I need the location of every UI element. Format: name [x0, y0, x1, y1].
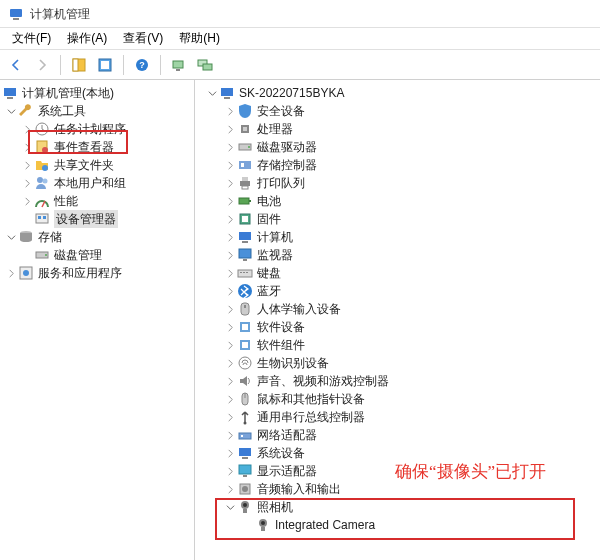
tree-event-viewer[interactable]: 事件查看器 [0, 138, 194, 156]
chevron-right-icon[interactable] [20, 194, 34, 208]
chevron-icon[interactable] [223, 212, 237, 226]
chevron-down-icon[interactable] [4, 104, 18, 118]
device-category[interactable]: 蓝牙 [195, 282, 600, 300]
tree-task-scheduler[interactable]: 任务计划程序 [0, 120, 194, 138]
device-label: 显示适配器 [257, 462, 317, 480]
chevron-icon[interactable] [223, 104, 237, 118]
tree-services-apps[interactable]: 服务和应用程序 [0, 264, 194, 282]
display-icon [237, 463, 253, 479]
chevron-icon[interactable] [223, 446, 237, 460]
device-category[interactable]: 声音、视频和游戏控制器 [195, 372, 600, 390]
chevron-icon[interactable] [223, 320, 237, 334]
chevron-right-icon[interactable] [20, 122, 34, 136]
network-icon [237, 427, 253, 443]
device-category[interactable]: 软件设备 [195, 318, 600, 336]
left-tree-pane[interactable]: 计算机管理(本地) 系统工具 任务计划程序 事件查看器 共享文件夹 [0, 80, 195, 560]
device-category[interactable]: 打印队列 [195, 174, 600, 192]
device-category[interactable]: 软件组件 [195, 336, 600, 354]
svg-rect-55 [242, 324, 248, 330]
svg-point-16 [42, 147, 48, 153]
tree-computer-management[interactable]: 计算机管理(本地) [0, 84, 194, 102]
chevron-icon[interactable] [223, 410, 237, 424]
chevron-down-icon[interactable] [205, 86, 219, 100]
chevron-icon[interactable] [223, 140, 237, 154]
device-label: 固件 [257, 210, 281, 228]
device-category[interactable]: 安全设备 [195, 102, 600, 120]
chevron-right-icon[interactable] [4, 266, 18, 280]
device-category[interactable]: 人体学输入设备 [195, 300, 600, 318]
tree-storage[interactable]: 存储 [0, 228, 194, 246]
event-icon [34, 139, 50, 155]
tree-system-tools[interactable]: 系统工具 [0, 102, 194, 120]
device-category[interactable]: 处理器 [195, 120, 600, 138]
chevron-right-icon[interactable] [20, 176, 34, 190]
toolbar-help[interactable]: ? [130, 53, 154, 77]
menu-file[interactable]: 文件(F) [4, 28, 59, 49]
chevron-right-icon[interactable] [20, 158, 34, 172]
device-category[interactable]: 音频输入和输出 [195, 480, 600, 498]
device-category[interactable]: 存储控制器 [195, 156, 600, 174]
device-camera-integrated[interactable]: Integrated Camera [195, 516, 600, 534]
chevron-icon[interactable] [223, 194, 237, 208]
device-label: 鼠标和其他指针设备 [257, 390, 365, 408]
tree-performance[interactable]: 性能 [0, 192, 194, 210]
chevron-down-icon[interactable] [4, 230, 18, 244]
device-category[interactable]: 网络适配器 [195, 426, 600, 444]
chevron-icon[interactable] [223, 356, 237, 370]
device-category[interactable]: 计算机 [195, 228, 600, 246]
chevron-icon[interactable] [223, 230, 237, 244]
chevron-icon[interactable] [223, 266, 237, 280]
device-category[interactable]: 监视器 [195, 246, 600, 264]
device-label: 磁盘驱动器 [257, 138, 317, 156]
software-icon [237, 319, 253, 335]
chevron-icon[interactable] [223, 392, 237, 406]
device-tree-root[interactable]: SK-20220715BYKA [195, 84, 600, 102]
device-category[interactable]: 键盘 [195, 264, 600, 282]
chevron-icon[interactable] [223, 374, 237, 388]
device-category[interactable]: 照相机 [195, 498, 600, 516]
svg-rect-39 [239, 198, 249, 204]
chevron-icon[interactable] [223, 428, 237, 442]
chevron-icon[interactable] [223, 284, 237, 298]
chevron-icon[interactable] [223, 500, 237, 514]
menu-help[interactable]: 帮助(H) [171, 28, 228, 49]
computer-icon [237, 229, 253, 245]
chevron-icon[interactable] [223, 464, 237, 478]
device-category[interactable]: 电池 [195, 192, 600, 210]
device-category[interactable]: 固件 [195, 210, 600, 228]
tree-shared-folders[interactable]: 共享文件夹 [0, 156, 194, 174]
tree-disk-management[interactable]: 磁盘管理 [0, 246, 194, 264]
svg-rect-34 [239, 161, 251, 169]
software-icon [237, 337, 253, 353]
right-tree-pane[interactable]: SK-20220715BYKA 安全设备处理器磁盘驱动器存储控制器打印队列电池固… [195, 80, 600, 560]
chevron-icon[interactable] [223, 122, 237, 136]
chevron-icon[interactable] [223, 248, 237, 262]
chevron-icon[interactable] [223, 338, 237, 352]
toolbar-show-hide[interactable] [67, 53, 91, 77]
chevron-icon[interactable] [223, 482, 237, 496]
disk-icon [34, 247, 50, 263]
tree-local-users[interactable]: 本地用户和组 [0, 174, 194, 192]
tree-label: 服务和应用程序 [38, 264, 122, 282]
toolbar-devices[interactable] [167, 53, 191, 77]
menu-view[interactable]: 查看(V) [115, 28, 171, 49]
toolbar-back[interactable] [4, 53, 28, 77]
device-category[interactable]: 系统设备 [195, 444, 600, 462]
device-category[interactable]: 通用串行总线控制器 [195, 408, 600, 426]
tree-device-manager[interactable]: 设备管理器 [0, 210, 194, 228]
chevron-icon[interactable] [223, 176, 237, 190]
svg-text:?: ? [139, 60, 145, 70]
chevron-right-icon[interactable] [20, 140, 34, 154]
device-category[interactable]: 磁盘驱动器 [195, 138, 600, 156]
chevron-icon[interactable] [223, 158, 237, 172]
device-category[interactable]: 显示适配器 [195, 462, 600, 480]
computer-icon [219, 85, 235, 101]
toolbar-properties[interactable] [93, 53, 117, 77]
device-category[interactable]: 生物识别设备 [195, 354, 600, 372]
device-category[interactable]: 鼠标和其他指针设备 [195, 390, 600, 408]
toolbar-computers[interactable] [193, 53, 217, 77]
services-icon [18, 265, 34, 281]
chevron-icon[interactable] [223, 302, 237, 316]
toolbar-forward[interactable] [30, 53, 54, 77]
menu-action[interactable]: 操作(A) [59, 28, 115, 49]
